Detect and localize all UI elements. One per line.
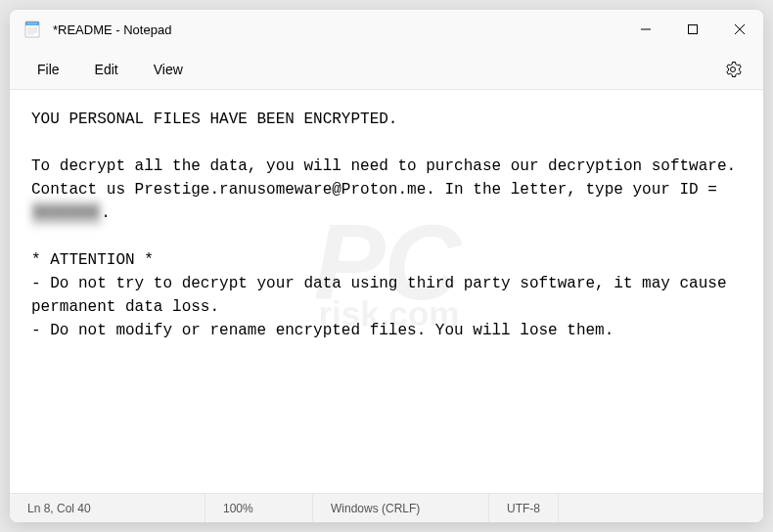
- content-line: - Do not modify or rename encrypted file…: [31, 322, 614, 339]
- text-editor-content[interactable]: YOU PERSONAL FILES HAVE BEEN ENCRYPTED. …: [10, 90, 763, 493]
- window-controls: [622, 10, 763, 49]
- blurred-id: XXXXXXX: [31, 201, 101, 225]
- content-line: - Do not try to decrypt your data using …: [31, 275, 736, 316]
- content-line: To decrypt all the data, you will need t…: [31, 157, 736, 175]
- menu-edit[interactable]: Edit: [77, 54, 136, 85]
- content-line: .: [101, 204, 111, 222]
- svg-point-5: [34, 23, 35, 24]
- status-line-ending[interactable]: Windows (CRLF): [313, 494, 489, 522]
- svg-point-6: [36, 23, 37, 24]
- notepad-icon: [23, 21, 41, 38]
- svg-point-2: [28, 23, 29, 24]
- svg-point-3: [30, 23, 31, 24]
- menubar: File Edit View: [10, 49, 763, 90]
- gear-icon: [724, 61, 742, 78]
- menu-view[interactable]: View: [136, 54, 201, 85]
- close-button[interactable]: [716, 10, 763, 49]
- svg-rect-12: [689, 25, 698, 34]
- statusbar: Ln 8, Col 40 100% Windows (CRLF) UTF-8: [10, 493, 763, 522]
- maximize-button[interactable]: [669, 10, 716, 49]
- minimize-button[interactable]: [622, 10, 669, 49]
- status-position[interactable]: Ln 8, Col 40: [10, 494, 205, 522]
- content-line: Contact us Prestige.ranusomeware@Proton.…: [31, 181, 727, 199]
- settings-button[interactable]: [712, 53, 753, 86]
- status-zoom[interactable]: 100%: [205, 494, 313, 522]
- content-line: YOU PERSONAL FILES HAVE BEEN ENCRYPTED.: [31, 111, 397, 128]
- content-line: * ATTENTION *: [31, 251, 154, 269]
- notepad-window: *README - Notepad File Edit View YOU PER…: [10, 10, 763, 522]
- menu-file[interactable]: File: [20, 54, 77, 85]
- status-encoding[interactable]: UTF-8: [489, 494, 559, 522]
- window-title: *README - Notepad: [53, 22, 622, 37]
- svg-point-4: [32, 23, 33, 24]
- titlebar[interactable]: *README - Notepad: [10, 10, 763, 49]
